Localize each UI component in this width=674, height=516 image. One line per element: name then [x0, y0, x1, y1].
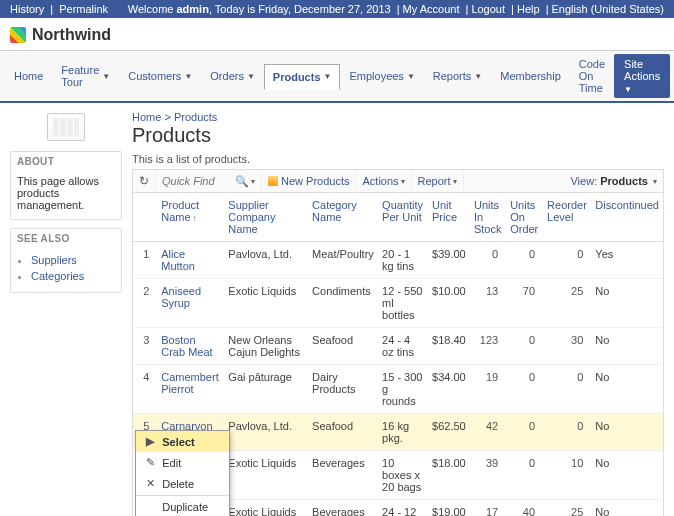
ctx-edit[interactable]: ✎Edit — [136, 452, 229, 473]
table-row[interactable]: 2Aniseed SyrupExotic LiquidsCondiments12… — [133, 279, 663, 328]
nav-products[interactable]: Products▼ — [264, 64, 341, 90]
main-nav: HomeFeature Tour▼Customers▼Orders▼Produc… — [0, 50, 674, 103]
product-link[interactable]: Boston Crab Meat — [161, 334, 212, 358]
nav-reports[interactable]: Reports▼ — [424, 63, 491, 89]
quick-find[interactable]: 🔍 ▾ — [156, 171, 262, 192]
ctx-delete[interactable]: ✕Delete — [136, 473, 229, 494]
table-row[interactable]: 4Camembert PierrotGai pâturageDairy Prod… — [133, 365, 663, 414]
new-products-button[interactable]: New Products — [262, 171, 356, 191]
logout-link[interactable]: Logout — [471, 3, 505, 15]
grid-toolbar: ↻ 🔍 ▾ New Products Actions▾ Report▾ View… — [133, 170, 663, 193]
about-box: ABOUT This page allows products manageme… — [10, 151, 122, 220]
table-row[interactable]: 3Boston Crab MeatNew Orleans Cajun Delig… — [133, 328, 663, 365]
report-menu[interactable]: Report▾ — [412, 171, 464, 191]
see-also-suppliers[interactable]: Suppliers — [31, 252, 115, 268]
quick-find-input[interactable] — [162, 175, 232, 187]
new-icon — [268, 176, 278, 186]
page-title: Products — [132, 124, 664, 147]
nav-membership[interactable]: Membership — [491, 63, 570, 89]
welcome-date: , Today is Friday, December 27, 2013 — [209, 3, 391, 15]
ctx-select[interactable]: ▶Select — [136, 431, 229, 452]
ctx-duplicate[interactable]: Duplicate — [136, 497, 229, 516]
products-grid: ↻ 🔍 ▾ New Products Actions▾ Report▾ View… — [132, 169, 664, 516]
col-category-name[interactable]: Category Name — [308, 193, 378, 242]
breadcrumb: Home > Products — [132, 111, 664, 124]
lang-link[interactable]: English (United States) — [552, 3, 665, 15]
nav-feature-tour[interactable]: Feature Tour▼ — [52, 57, 119, 95]
grid-module-icon — [47, 113, 85, 141]
welcome-user: admin — [176, 3, 208, 15]
col-quantity-per-unit[interactable]: Quantity Per Unit — [378, 193, 428, 242]
permalink-link[interactable]: Permalink — [59, 3, 108, 15]
list-description: This is a list of products. — [132, 153, 664, 165]
nav-orders[interactable]: Orders▼ — [201, 63, 264, 89]
actions-menu[interactable]: Actions▾ — [356, 171, 411, 191]
app-header: Northwind — [0, 18, 674, 50]
product-link[interactable]: Aniseed Syrup — [161, 285, 201, 309]
nav-employees[interactable]: Employees▼ — [340, 63, 423, 89]
about-text: This page allows products management. — [11, 171, 121, 219]
app-logo-icon — [10, 27, 26, 43]
site-actions-button[interactable]: Site Actions ▼ — [614, 54, 670, 98]
select-icon: ▶ — [142, 435, 158, 448]
topbar: History | Permalink Welcome admin, Today… — [0, 0, 674, 18]
delete-icon: ✕ — [142, 477, 158, 490]
col-product-name[interactable]: Product Name↑ — [157, 193, 224, 242]
nav-code-on-time[interactable]: Code On Time — [570, 51, 614, 101]
view-selector[interactable]: View: Products ▾ — [564, 171, 663, 191]
see-also-heading: SEE ALSO — [11, 229, 121, 248]
search-dropdown-icon[interactable]: ▾ — [251, 177, 255, 186]
breadcrumb-home[interactable]: Home — [132, 111, 161, 123]
product-link[interactable]: Alice Mutton — [161, 248, 195, 272]
row-context-menu: ▶Select✎Edit✕DeleteDuplicate☀New — [135, 430, 230, 516]
help-link[interactable]: Help — [517, 3, 540, 15]
app-title: Northwind — [32, 26, 111, 44]
nav-customers[interactable]: Customers▼ — [119, 63, 201, 89]
breadcrumb-current: Products — [174, 111, 217, 123]
history-link[interactable]: History — [10, 3, 44, 15]
table-row[interactable]: 5Carnarvon Tigers▾▶Select✎Edit✕DeleteDup… — [133, 414, 663, 451]
product-link[interactable]: Camembert Pierrot — [161, 371, 218, 395]
welcome-text: Welcome — [128, 3, 177, 15]
see-also-categories[interactable]: Categories — [31, 268, 115, 284]
about-heading: ABOUT — [11, 152, 121, 171]
see-also-box: SEE ALSO SuppliersCategories — [10, 228, 122, 293]
col-units-on-order[interactable]: Units On Order — [506, 193, 543, 242]
col-discontinued[interactable]: Discontinued — [591, 193, 663, 242]
col-unit-price[interactable]: Unit Price — [428, 193, 470, 242]
sidebar: ABOUT This page allows products manageme… — [10, 111, 122, 516]
products-table: Product Name↑Supplier Company NameCatego… — [133, 193, 663, 516]
my-account-link[interactable]: My Account — [403, 3, 460, 15]
col-supplier-company-name[interactable]: Supplier Company Name — [224, 193, 308, 242]
edit-icon: ✎ — [142, 456, 158, 469]
col-reorder-level[interactable]: Reorder Level — [543, 193, 591, 242]
table-row[interactable]: 1Alice MuttonPavlova, Ltd.Meat/Poultry20… — [133, 242, 663, 279]
search-icon[interactable]: 🔍 — [235, 175, 249, 188]
col-units-in-stock[interactable]: Units In Stock — [470, 193, 506, 242]
nav-home[interactable]: Home — [5, 63, 52, 89]
refresh-button[interactable]: ↻ — [133, 170, 156, 192]
main-content: Home > Products Products This is a list … — [132, 111, 664, 516]
